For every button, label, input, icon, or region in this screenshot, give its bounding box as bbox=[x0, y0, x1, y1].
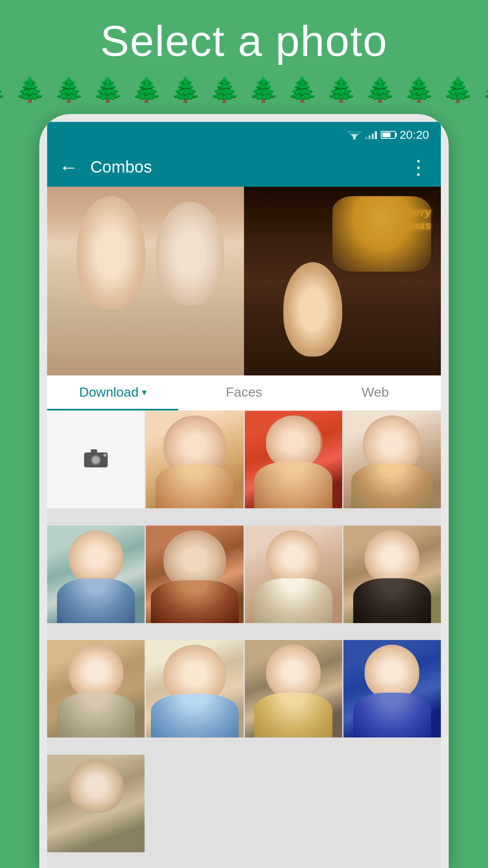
photo-original bbox=[47, 187, 244, 375]
christmas-text-overlay: MerryChristmas bbox=[377, 206, 431, 232]
photo-grid-item[interactable] bbox=[146, 411, 243, 508]
photo-thumbnail-7 bbox=[343, 526, 441, 623]
photo-grid-item[interactable] bbox=[146, 640, 243, 737]
photo-preview: MerryChristmas bbox=[47, 187, 441, 375]
photo-thumbnail-5 bbox=[146, 526, 243, 623]
svg-point-6 bbox=[92, 456, 99, 463]
signal-bars-icon bbox=[365, 131, 377, 139]
page-title: Select a photo bbox=[100, 16, 387, 66]
tabs-bar: Download ▾ Faces Web bbox=[47, 375, 441, 411]
tab-web[interactable]: Web bbox=[310, 375, 441, 410]
action-bar: ← Combos ⋮ bbox=[47, 147, 441, 187]
photo-grid-item[interactable] bbox=[47, 526, 145, 623]
photo-grid-item[interactable] bbox=[343, 640, 441, 737]
photo-preview-left[interactable] bbox=[47, 187, 244, 375]
photo-thumbnail-6 bbox=[245, 526, 342, 623]
photo-thumbnail-12 bbox=[47, 755, 145, 852]
tree-icon-6: 🌲 bbox=[132, 77, 162, 102]
photo-grid-item[interactable] bbox=[343, 411, 441, 508]
overflow-menu-button[interactable]: ⋮ bbox=[409, 156, 429, 178]
photo-grid-item[interactable] bbox=[47, 640, 145, 737]
action-bar-title: Combos bbox=[90, 158, 409, 177]
tab-download-label: Download bbox=[79, 384, 138, 400]
status-time: 20:20 bbox=[400, 128, 429, 142]
photo-thumbnail-2 bbox=[245, 411, 342, 508]
phone-wrapper: 20:20 ← Combos ⋮ MerryChristmas bbox=[39, 114, 449, 868]
photo-preview-right[interactable]: MerryChristmas bbox=[244, 187, 441, 375]
tree-icon-13: 🌲 bbox=[404, 77, 434, 102]
photo-grid-item[interactable] bbox=[146, 526, 243, 623]
tree-icon-8: 🌲 bbox=[209, 77, 240, 102]
tree-icon-10: 🌲 bbox=[287, 77, 317, 102]
tree-icon-12: 🌲 bbox=[365, 77, 395, 102]
photo-grid-item[interactable] bbox=[245, 640, 342, 737]
tree-icon-3: 🌲 bbox=[15, 77, 45, 102]
tab-faces[interactable]: Faces bbox=[178, 375, 310, 410]
photo-thumbnail-8 bbox=[47, 640, 145, 737]
back-button[interactable]: ← bbox=[59, 156, 79, 178]
tree-icon-14: 🌲 bbox=[443, 77, 473, 102]
dropdown-arrow-icon: ▾ bbox=[142, 387, 147, 398]
tree-icon-4: 🌲 bbox=[54, 77, 84, 102]
tree-decoration-row: 🌲 🌲 🌲 🌲 🌲 🌲 🌲 🌲 🌲 🌲 🌲 🌲 🌲 🌲 🌲 🌲 bbox=[0, 77, 488, 102]
photo-grid-item[interactable] bbox=[245, 411, 342, 508]
camera-icon bbox=[82, 444, 110, 475]
status-icons: 20:20 bbox=[347, 128, 429, 142]
tab-faces-label: Faces bbox=[226, 384, 262, 400]
photo-thumbnail-10 bbox=[245, 640, 342, 737]
camera-capture-cell[interactable] bbox=[47, 411, 145, 508]
photo-grid-item[interactable] bbox=[245, 526, 342, 623]
tree-icon-11: 🌲 bbox=[326, 77, 356, 102]
battery-icon bbox=[381, 131, 396, 139]
svg-point-8 bbox=[103, 454, 106, 457]
photo-grid-item[interactable] bbox=[343, 526, 441, 623]
photo-thumbnail-3 bbox=[343, 411, 441, 508]
svg-rect-7 bbox=[91, 449, 97, 453]
phone-outer: 20:20 ← Combos ⋮ MerryChristmas bbox=[39, 114, 449, 868]
tree-icon-2: 🌲 bbox=[0, 77, 6, 102]
photo-grid bbox=[47, 411, 441, 868]
tab-web-label: Web bbox=[361, 384, 389, 400]
photo-thumbnail-11 bbox=[343, 640, 441, 737]
photo-thumbnail-4 bbox=[47, 526, 145, 623]
tree-icon-9: 🌲 bbox=[248, 77, 279, 102]
tree-icon-15: 🌲 bbox=[482, 77, 488, 102]
photo-combo-result: MerryChristmas bbox=[244, 187, 441, 375]
tree-icon-7: 🌲 bbox=[171, 77, 201, 102]
tree-icon-5: 🌲 bbox=[93, 77, 123, 102]
photo-thumbnail-1 bbox=[146, 411, 243, 508]
status-bar: 20:20 bbox=[47, 122, 441, 147]
phone-screen: 20:20 ← Combos ⋮ MerryChristmas bbox=[47, 122, 441, 868]
photo-thumbnail-9 bbox=[146, 640, 243, 737]
wifi-icon bbox=[347, 130, 361, 140]
photo-grid-item[interactable] bbox=[47, 755, 145, 852]
tab-download[interactable]: Download ▾ bbox=[47, 375, 178, 410]
